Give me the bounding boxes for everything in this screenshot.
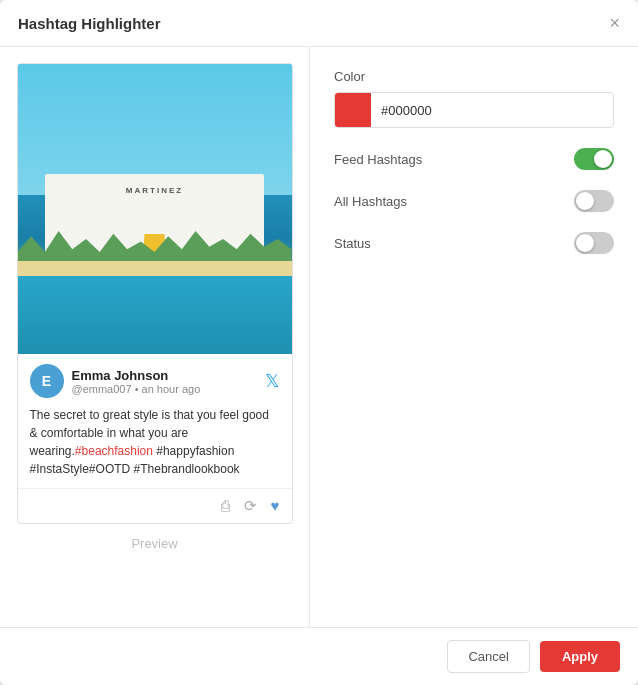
left-panel: MARTINEZ E Emma Johnson @emma007 • an ho… xyxy=(0,47,310,627)
color-label: Color xyxy=(334,69,614,84)
cancel-button[interactable]: Cancel xyxy=(447,640,529,673)
color-hex-input[interactable] xyxy=(371,103,613,118)
status-row: Status xyxy=(334,232,614,254)
hashtag-highlighter-dialog: Hashtag Highlighter × MARTINEZ E xyxy=(0,0,638,685)
feed-hashtags-knob xyxy=(594,150,612,168)
all-hashtags-knob xyxy=(576,192,594,210)
post-card: MARTINEZ E Emma Johnson @emma007 • an ho… xyxy=(17,63,293,524)
feed-hashtags-row: Feed Hashtags xyxy=(334,148,614,170)
hotel-label: MARTINEZ xyxy=(126,186,183,195)
like-icon[interactable]: ♥ xyxy=(271,497,280,515)
all-hashtags-label: All Hashtags xyxy=(334,194,407,209)
dialog-header: Hashtag Highlighter × xyxy=(0,0,638,47)
color-field-group: Color xyxy=(334,69,614,128)
color-swatch[interactable] xyxy=(335,93,371,127)
dialog-body: MARTINEZ E Emma Johnson @emma007 • an ho… xyxy=(0,47,638,627)
dialog-footer: Cancel Apply xyxy=(0,627,638,685)
hand-extended xyxy=(18,280,68,314)
twitter-icon: 𝕏 xyxy=(265,370,280,392)
close-icon[interactable]: × xyxy=(609,14,620,32)
user-handle: @emma007 • an hour ago xyxy=(72,383,257,395)
apply-button[interactable]: Apply xyxy=(540,641,620,672)
dialog-title: Hashtag Highlighter xyxy=(18,15,161,32)
user-info: Emma Johnson @emma007 • an hour ago xyxy=(72,368,257,395)
post-actions: ⎙ ⟳ ♥ xyxy=(18,488,292,523)
post-image: MARTINEZ xyxy=(18,64,292,354)
handle-text: @emma007 xyxy=(72,383,132,395)
all-hashtags-row: All Hashtags xyxy=(334,190,614,212)
status-toggle[interactable] xyxy=(574,232,614,254)
status-label: Status xyxy=(334,236,371,251)
all-hashtags-toggle[interactable] xyxy=(574,190,614,212)
beach-strip xyxy=(18,261,292,276)
post-meta: E Emma Johnson @emma007 • an hour ago 𝕏 xyxy=(18,354,292,406)
status-knob xyxy=(576,234,594,252)
right-panel: Color Feed Hashtags All Hashtags xyxy=(310,47,638,627)
hashtag-red: #beachfashion xyxy=(75,444,153,458)
avatar: E xyxy=(30,364,64,398)
user-name: Emma Johnson xyxy=(72,368,257,383)
feed-hashtags-toggle[interactable] xyxy=(574,148,614,170)
color-input-row xyxy=(334,92,614,128)
post-text: The secret to great style is that you fe… xyxy=(18,406,292,488)
share-icon[interactable]: ⎙ xyxy=(221,497,230,515)
time-text: • an hour ago xyxy=(135,383,201,395)
preview-label: Preview xyxy=(131,536,177,551)
retweet-icon[interactable]: ⟳ xyxy=(244,497,257,515)
feed-hashtags-label: Feed Hashtags xyxy=(334,152,422,167)
